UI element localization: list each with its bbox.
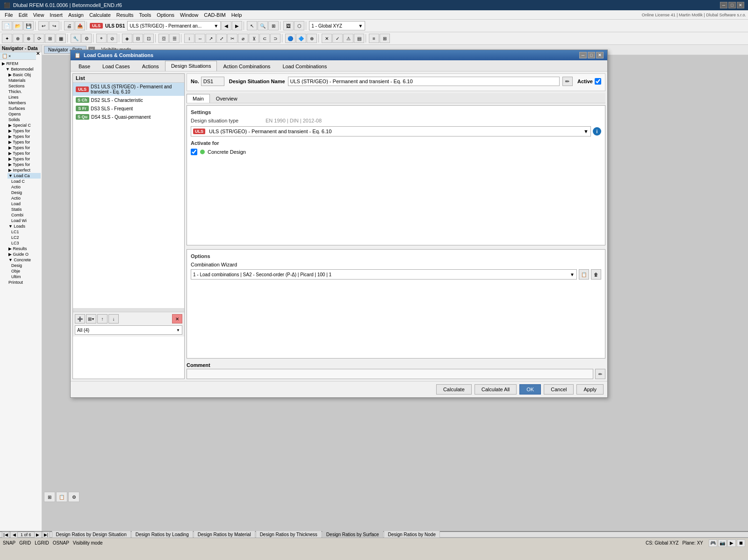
snap-label[interactable]: SNAP bbox=[3, 540, 15, 546]
nav-concrete[interactable]: ▼ Concrete bbox=[7, 257, 41, 263]
t2-btn5[interactable]: ⊞ bbox=[45, 34, 55, 43]
nav-actio2[interactable]: Actio bbox=[10, 195, 41, 201]
t2-btn6[interactable]: ▦ bbox=[56, 34, 66, 43]
t2-btn3[interactable]: ⊗ bbox=[23, 34, 34, 43]
next-combo-btn[interactable]: ▶ bbox=[232, 21, 242, 30]
nav-load-wi[interactable]: Load Wi bbox=[10, 218, 41, 223]
tab-base[interactable]: Base bbox=[72, 61, 96, 71]
render-btn[interactable]: 🖼 bbox=[283, 21, 294, 30]
t2-btn8[interactable]: ⚙ bbox=[81, 34, 92, 43]
t2-btn12[interactable]: ⊟ bbox=[133, 34, 143, 43]
info-button[interactable]: i bbox=[593, 127, 601, 136]
nav-desig[interactable]: Desig bbox=[10, 190, 41, 195]
menu-window[interactable]: Window bbox=[177, 11, 201, 19]
t2-btn15[interactable]: ☰ bbox=[169, 34, 180, 43]
zoom-all-btn[interactable]: ⊞ bbox=[268, 21, 279, 30]
situation-type-dropdown[interactable]: ULS ULS (STR/GEO) - Permanent and transi… bbox=[191, 126, 591, 136]
comment-input[interactable] bbox=[187, 369, 593, 379]
cursor-btn[interactable]: ↖ bbox=[247, 21, 257, 30]
edit-name-btn[interactable]: ✏ bbox=[562, 77, 573, 86]
t2-btn17[interactable]: ↔ bbox=[195, 34, 205, 43]
t2-btn21[interactable]: ⌀ bbox=[238, 34, 248, 43]
close-btn[interactable]: ✕ bbox=[737, 2, 744, 8]
lgrid-label[interactable]: LGRID bbox=[35, 540, 49, 546]
grid-label[interactable]: GRID bbox=[19, 540, 31, 546]
cancel-btn[interactable]: Cancel bbox=[544, 384, 574, 395]
maximize-btn[interactable]: □ bbox=[728, 2, 736, 8]
t2-btn11[interactable]: ◈ bbox=[122, 34, 132, 43]
t2-btn27[interactable]: ⊕ bbox=[307, 34, 317, 43]
nav-types1[interactable]: ▶ Types for bbox=[7, 128, 41, 134]
tab-load-cases[interactable]: Load Cases bbox=[96, 61, 136, 71]
tab-design-situations[interactable]: Design Situations bbox=[165, 61, 217, 71]
status-btn3[interactable]: ▶ bbox=[727, 539, 736, 547]
t2-btn31[interactable]: ▤ bbox=[354, 34, 364, 43]
menu-file[interactable]: File bbox=[2, 11, 16, 19]
status-btn2[interactable]: 📷 bbox=[718, 539, 726, 547]
ds-number-input[interactable] bbox=[201, 77, 224, 86]
copy-item-btn[interactable]: ⊞ ▼ bbox=[86, 314, 96, 323]
active-checkbox[interactable] bbox=[595, 78, 601, 85]
list-item-ds2[interactable]: S Ch DS2 SLS - Characteristic bbox=[73, 96, 184, 104]
nav-statis[interactable]: Statis bbox=[10, 207, 41, 212]
nav-load-cas[interactable]: ▼ Load Ca bbox=[7, 173, 41, 179]
scrollbar[interactable] bbox=[73, 308, 184, 312]
nav-special-c[interactable]: ▶ Special C bbox=[7, 122, 41, 128]
menu-calculate[interactable]: Calculate bbox=[86, 11, 114, 19]
undo-btn[interactable]: ↩ bbox=[38, 21, 49, 30]
t2-btn20[interactable]: ✂ bbox=[227, 34, 237, 43]
new-btn[interactable]: 📄 bbox=[2, 21, 12, 30]
first-page-btn[interactable]: |◀ bbox=[2, 531, 9, 538]
tab-actions[interactable]: Actions bbox=[136, 61, 165, 71]
t2-btn18[interactable]: ↗ bbox=[206, 34, 216, 43]
nav-types3[interactable]: ▶ Types for bbox=[7, 139, 41, 145]
nav-imperfect[interactable]: ▶ Imperfect bbox=[7, 167, 41, 173]
list-item-ds4[interactable]: S Qu DS4 SLS - Quasi-permanent bbox=[73, 113, 184, 121]
t2-btn7[interactable]: 🔧 bbox=[71, 34, 81, 43]
prev-page-btn[interactable]: ◀ bbox=[10, 531, 18, 538]
redo-btn[interactable]: ↪ bbox=[49, 21, 59, 30]
prev-combo-btn[interactable]: ◀ bbox=[221, 21, 231, 30]
t2-btn22[interactable]: ⊻ bbox=[249, 34, 259, 43]
print-btn[interactable]: 🖨 bbox=[64, 21, 74, 30]
nav-results[interactable]: ▶ Results bbox=[7, 246, 41, 251]
t2-btn24[interactable]: ⊃ bbox=[270, 34, 280, 43]
bottom-btn2[interactable]: 📋 bbox=[56, 492, 67, 502]
nav-types5[interactable]: ▶ Types for bbox=[7, 151, 41, 156]
comment-edit-btn[interactable]: ✏ bbox=[595, 369, 605, 379]
t2-btn23[interactable]: ⊂ bbox=[259, 34, 270, 43]
list-item-ds3[interactable]: S Fr DS3 SLS - Frequent bbox=[73, 104, 184, 113]
nav-thickn[interactable]: Thickn. bbox=[7, 89, 41, 94]
nav-lc3[interactable]: LC3 bbox=[10, 240, 41, 246]
menu-assign[interactable]: Assign bbox=[65, 11, 86, 19]
nav-guide-o[interactable]: ▶ Guide O bbox=[7, 251, 41, 257]
last-page-btn[interactable]: ▶| bbox=[43, 531, 50, 538]
t2-btn28[interactable]: ✕ bbox=[322, 34, 332, 43]
menu-help[interactable]: Help bbox=[229, 11, 245, 19]
t2-btn14[interactable]: ☲ bbox=[158, 34, 169, 43]
navigator-tab[interactable]: 📋 × bbox=[0, 52, 36, 60]
zoom-btn[interactable]: 🔍 bbox=[258, 21, 268, 30]
export-btn[interactable]: 📤 bbox=[75, 21, 85, 30]
dialog-close-btn[interactable]: ✕ bbox=[596, 52, 604, 58]
save-btn[interactable]: 💾 bbox=[23, 21, 34, 30]
combo-add-btn[interactable]: 📋 bbox=[579, 269, 589, 280]
t2-btn10[interactable]: ⊘ bbox=[107, 34, 117, 43]
t2-btn13[interactable]: ⊡ bbox=[144, 34, 154, 43]
hscroll-bar[interactable]: |◀ ◀ 1 of 6 ▶ ▶| Design Ratios by Design… bbox=[0, 532, 748, 538]
nav-opens[interactable]: Opens bbox=[7, 111, 41, 117]
list-filter[interactable]: All (4) ▼ bbox=[75, 325, 182, 335]
t2-btn29[interactable]: ✓ bbox=[332, 34, 343, 43]
move-down-btn[interactable]: ↓ bbox=[108, 314, 119, 323]
nav-materials[interactable]: Materials bbox=[7, 78, 41, 83]
t2-btn1[interactable]: ✦ bbox=[2, 34, 12, 43]
t2-btn2[interactable]: ⊕ bbox=[13, 34, 23, 43]
nav-desig2[interactable]: Desig bbox=[10, 263, 41, 268]
calculate-all-btn[interactable]: Calculate All bbox=[475, 384, 517, 395]
delete-item-btn[interactable]: ✕ bbox=[172, 314, 182, 323]
menu-options[interactable]: Options bbox=[154, 11, 177, 19]
combo-del-btn[interactable]: 🗑 bbox=[591, 269, 601, 280]
nav-basic-obj[interactable]: ▶ Basic Obj bbox=[7, 72, 41, 78]
combination-dropdown[interactable]: 1 - Load combinations | SA2 - Second-ord… bbox=[191, 269, 577, 280]
dialog-minimize-btn[interactable]: ─ bbox=[579, 52, 587, 58]
